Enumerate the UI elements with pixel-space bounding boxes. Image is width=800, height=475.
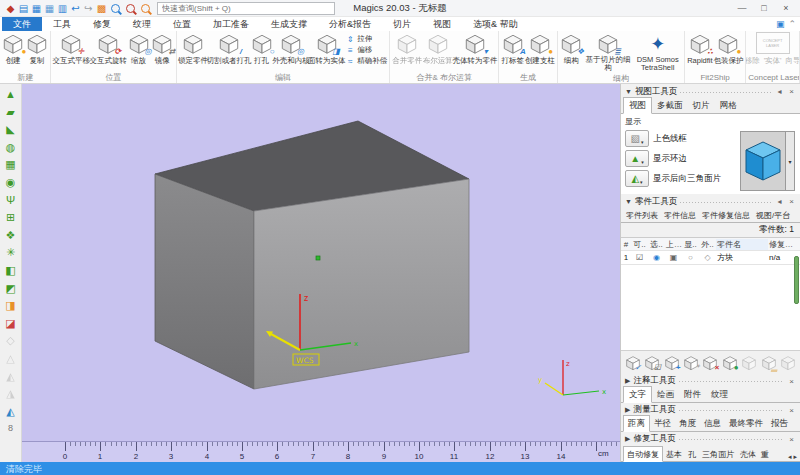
close-button[interactable]: × [776,2,796,15]
ribbon-item-packaging[interactable]: ● 包装保护 [714,32,744,67]
menu-tab-position[interactable]: 位置 [162,17,202,31]
row-visible-checkbox[interactable]: ☑ [631,253,648,262]
ribbon-item-remove[interactable]: 移除 [746,56,759,66]
close-panel-icon[interactable]: × [787,435,796,444]
export-part-icon[interactable]: ▂ [760,353,777,373]
tab-radius[interactable]: 半径 [650,416,675,431]
ribbon-item-structures[interactable]: ❖ 细构 [560,32,583,67]
col-status[interactable]: 显.. [682,239,699,250]
redo-icon[interactable]: ↪ [82,1,95,16]
copy-parts-icon[interactable]: + [663,353,680,373]
scrollbar-thumb[interactable] [794,256,799,304]
close-panel-icon[interactable]: × [787,406,796,415]
triangle-tool-disabled-1[interactable]: △ [2,350,20,368]
ribbon-item-boolean[interactable]: 布尔运算 [423,32,453,67]
tab-attachment[interactable]: 附件 [679,387,706,402]
triangle-tool-disabled-3[interactable]: ◮ [2,385,20,403]
menu-tab-support[interactable]: 生成支撑 [260,17,318,31]
minimize-button[interactable]: — [732,2,752,15]
save-as-icon[interactable]: ▦ [43,1,56,16]
ribbon-item-punch-hole[interactable]: ○ 打孔 [250,32,272,67]
close-panel-icon[interactable]: × [787,87,796,96]
merge-parts-icon[interactable]: ● [721,353,738,373]
tab-view[interactable]: 视图 [623,97,652,114]
capture-icon[interactable]: ▩ [95,1,108,16]
menu-tab-build-prep[interactable]: 加工准备 [202,17,260,31]
collapsed-arrow-icon[interactable]: ▶ [625,377,630,385]
menu-tab-analyze[interactable]: 分析&报告 [318,17,382,31]
tab-grid[interactable]: 网格 [715,98,742,113]
mark-surface-tool[interactable]: ◣ [2,121,20,139]
save-all-icon[interactable]: ▥ [56,1,69,16]
preview-dropdown[interactable]: ▾ [786,131,795,191]
option-ring-edges[interactable]: ▲▾ 显示环边 [625,150,736,167]
row-wireframe-icon[interactable]: ◇ [699,253,716,262]
row-shaded-icon[interactable]: ▣ [665,253,682,262]
ribbon-item-shell-core[interactable]: ◎ 外壳和内核 [274,32,309,67]
tab-shells[interactable]: 壳体 [737,447,759,461]
zoom-selection-icon[interactable] [126,4,135,13]
col-index[interactable]: # [621,240,631,249]
tab-overlap[interactable]: 重 [759,447,771,461]
viewport-3d[interactable]: z x WCS z y x [22,84,620,441]
ribbon-item-offset[interactable]: ≡ 偏移 [345,45,387,55]
cube-marked-select-tool[interactable]: ◪ [2,315,20,333]
tab-distance[interactable]: 距离 [623,415,650,432]
ribbon-item-mirror[interactable]: ⇄ 镜像 [151,32,174,67]
selection-settings-icon[interactable]: ☑ [643,353,660,373]
pin-icon[interactable]: ◂ [775,87,784,96]
zoom-in-icon[interactable] [111,4,120,13]
ring-edges-button[interactable]: ▲▾ [625,150,649,167]
menu-tab-fix[interactable]: 修复 [82,17,122,31]
backface-triangles-button[interactable]: ◭▾ [625,170,649,187]
col-visible[interactable]: 可.. [631,239,648,250]
ribbon-item-wizard[interactable]: 向导 [786,56,800,66]
tab-final-part[interactable]: 最终零件 [725,416,767,431]
menu-tab-file[interactable]: 文件 [2,17,42,31]
import-part-icon[interactable] [741,353,758,373]
collapse-arrow-icon[interactable]: ▼ [625,88,632,95]
tab-sections[interactable]: 多截面 [652,98,688,113]
collapse-arrow-icon[interactable]: ▼ [625,198,632,205]
menu-tab-options-help[interactable]: 选项& 帮助 [462,17,529,31]
ribbon-item-dsm-tetrashell[interactable]: ✦ DSM Somos TetraShell [633,32,682,73]
col-part-name[interactable]: 零件名 [716,239,768,250]
tabs-scroll-right-icon[interactable]: ▸ [792,453,798,461]
cube-clear-select-tool[interactable]: ◇ [2,332,20,350]
ribbon-item-create[interactable]: ● 创建 [2,32,25,67]
table-row[interactable]: 1 ☑ ◉ ▣ ○ ◇ 方块 n/a [621,251,800,265]
ribbon-item-shell-to-part[interactable]: ▾ 壳体转为零件 [454,32,497,67]
ribbon-item-create-strut[interactable]: ● 创建支柱 [525,32,555,67]
orientation-preview[interactable]: ▾ [740,131,796,191]
pin-icon[interactable]: ◂ [775,197,784,206]
ribbon-item-interactive-rotate[interactable]: ⟳ 交互式旋转 [90,32,126,67]
undo-icon[interactable]: ↩ [69,1,82,16]
tab-text[interactable]: 文字 [623,386,652,403]
ribbon-item-slice-structures[interactable]: ≣ 基于切片的细构 [584,32,633,73]
clover-select-tool[interactable]: ❖ [2,227,20,245]
tab-texture[interactable]: 纹理 [706,387,733,402]
collapsed-arrow-icon[interactable]: ▶ [625,435,630,443]
tab-part-list[interactable]: 零件列表 [623,208,661,222]
rect-select-tool[interactable]: ▦ [2,156,20,174]
connected-select-tool[interactable]: Ψ [2,192,20,210]
maximize-button[interactable]: □ [754,2,774,15]
shaded-wireframe-button[interactable]: ▧▾ [625,130,649,147]
quick-search-input[interactable] [157,2,335,15]
ribbon-item-extrude[interactable]: ⇕ 拉伸 [345,34,387,44]
close-panel-icon[interactable]: × [787,377,796,386]
cube-faces-select-tool[interactable]: ◩ [2,280,20,298]
duplicate-parts-icon[interactable]: ⁺ [682,353,699,373]
tab-part-info[interactable]: 零件信息 [661,208,699,222]
ribbon-item-label-tag[interactable]: A 打标签 [501,32,524,67]
new-scene-icon[interactable]: ◆ [4,1,17,16]
ribbon-item-compensation[interactable]: ≈ 精确补偿 [345,56,387,66]
parts-toolpage-header[interactable]: ▼ 零件工具页 ◂ × [621,194,800,209]
ribbon-item-copy[interactable]: 复制 [26,32,49,67]
collapsed-arrow-icon[interactable]: ▶ [625,406,630,414]
delete-part-icon[interactable]: × [702,353,719,373]
preview-cube-icon[interactable] [740,131,786,191]
col-wireframe[interactable]: 外.. [699,239,716,250]
col-shaded[interactable]: 上… [665,239,682,250]
group-parts-icon[interactable] [780,353,797,373]
